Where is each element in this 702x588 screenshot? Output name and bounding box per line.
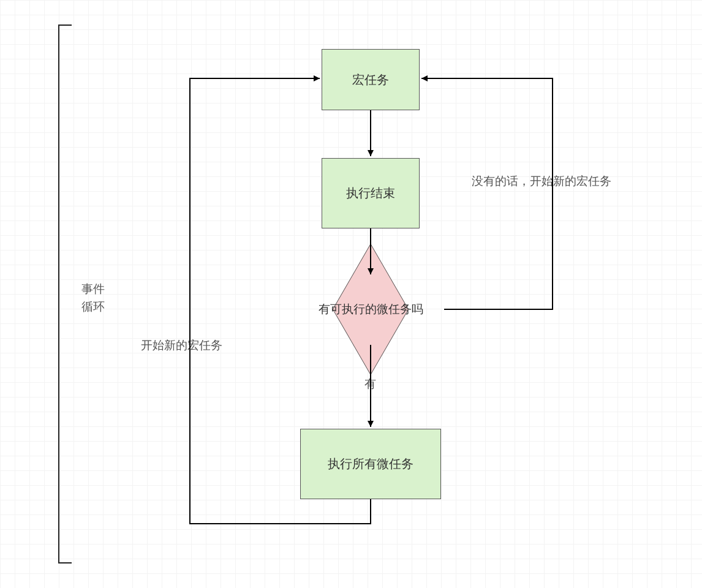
node-has-micro-label: 有可执行的微任务吗 <box>319 301 423 317</box>
edge-label-no-new-macro: 没有的话，开始新的宏任务 <box>472 173 611 189</box>
bracket-label: 事件 循环 <box>81 281 105 315</box>
bracket-label-line1: 事件 <box>81 281 105 298</box>
event-loop-bracket <box>58 24 72 564</box>
bracket-label-line2: 循环 <box>81 298 105 316</box>
node-has-micro: 有可执行的微任务吗 <box>309 279 432 340</box>
node-exec-end: 执行结束 <box>322 158 420 228</box>
node-macro-task-label: 宏任务 <box>352 72 389 88</box>
node-exec-all-micro-label: 执行所有微任务 <box>328 456 413 472</box>
edge-label-yes: 有 <box>364 376 376 392</box>
node-exec-end-label: 执行结束 <box>346 185 395 202</box>
node-exec-all-micro: 执行所有微任务 <box>300 429 441 499</box>
edge-label-start-new-macro: 开始新的宏任务 <box>141 337 222 353</box>
node-macro-task: 宏任务 <box>322 49 420 110</box>
